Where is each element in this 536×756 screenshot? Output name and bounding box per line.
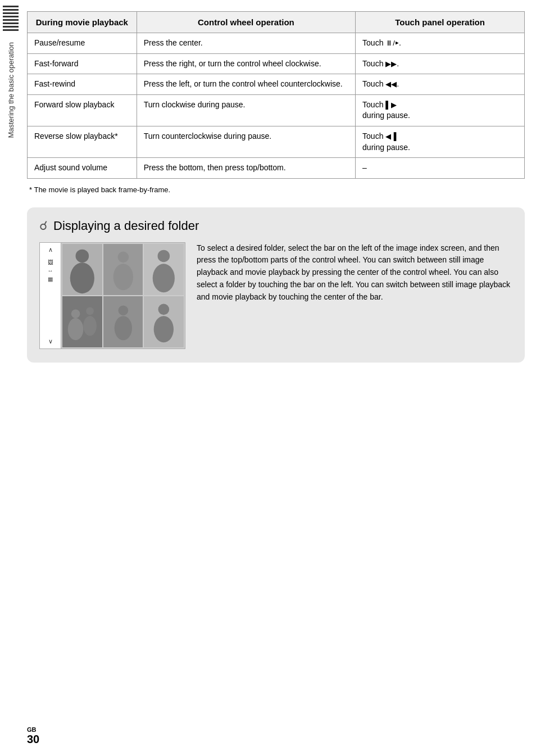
ff-icon: ▶▶ (385, 60, 397, 68)
tip-body: ∧ 🖼 ↔ ▦ ∨ (39, 242, 512, 349)
tip-body-text: To select a desired folder, select the b… (197, 242, 512, 303)
rsp-icon: ◀▐ (385, 132, 396, 141)
table-cell-ff-col3: Touch ▶▶. (356, 53, 525, 74)
table-cell-fr-col2: Press the left, or turn the control whee… (137, 74, 355, 95)
svg-point-10 (118, 306, 128, 316)
table-cell-vol-col1: Adjust sound volume (28, 158, 137, 179)
table-cell-vol-col2: Press the bottom, then press top/bottom. (137, 158, 355, 179)
sidebar-decoration (3, 0, 19, 31)
tip-box: ☌ Displaying a desired folder ∧ 🖼 ↔ ▦ ∨ (27, 207, 525, 363)
table-row: Fast-forward Press the right, or turn th… (28, 53, 525, 74)
touch-label: Touch (362, 79, 383, 88)
svg-point-7 (68, 318, 83, 340)
folder-nav-bar: ∧ 🖼 ↔ ▦ ∨ (40, 243, 61, 348)
rsp-suffix: during pause. (362, 143, 410, 152)
sidebar: Mastering the basic operation (0, 0, 21, 756)
table-cell-pause-col1: Pause/resume (28, 33, 137, 54)
table-cell-fsp-col1: Forward slow playback (28, 94, 137, 126)
table-cell-rsp-col1: Reverse slow playback* (28, 126, 137, 157)
table-cell-rsp-col3: Touch ◀▐ during pause. (356, 126, 525, 157)
table-cell-vol-col3: – (356, 158, 525, 179)
fsp-suffix: during pause. (362, 111, 410, 120)
svg-point-5 (153, 264, 175, 292)
scroll-up-icon: ∧ (48, 246, 53, 253)
main-content: During movie playback Control wheel oper… (27, 0, 525, 363)
table-cell-fsp-col2: Turn clockwise during pause. (137, 94, 355, 126)
svg-point-2 (117, 252, 129, 263)
thumbnail-2 (103, 244, 143, 295)
touch-label: Touch (362, 132, 383, 141)
table-cell-ff-col2: Press the right, or turn the control whe… (137, 53, 355, 74)
table-header-col2: Control wheel operation (137, 12, 355, 33)
svg-point-0 (76, 250, 89, 263)
table-row: Reverse slow playback* Turn counterclock… (28, 126, 525, 157)
thumbnail-5 (103, 296, 143, 347)
tip-title: Displaying a desired folder (53, 219, 199, 233)
table-header-col3: Touch panel operation (356, 12, 525, 33)
scroll-down-icon: ∨ (48, 338, 53, 345)
svg-point-11 (114, 316, 131, 340)
table-cell-ff-col1: Fast-forward (28, 53, 137, 74)
fsp-icon: ▌▶ (385, 101, 396, 109)
table-row: Adjust sound volume Press the bottom, th… (28, 158, 525, 179)
table-row: Pause/resume Press the center. Touch ⏸/▶… (28, 33, 525, 54)
table-cell-pause-col2: Press the center. (137, 33, 355, 54)
svg-point-8 (86, 307, 94, 315)
svg-point-13 (154, 316, 174, 342)
svg-point-9 (83, 316, 97, 336)
touch-label: Touch (362, 100, 383, 109)
table-cell-fsp-col3: Touch ▌▶ during pause. (356, 94, 525, 126)
table-footnote: * The movie is played back frame-by-fram… (29, 185, 525, 194)
movie-icon: ↔ (48, 268, 53, 274)
table-cell-fr-col3: Touch ◀◀. (356, 74, 525, 95)
table-header-col1: During movie playback (28, 12, 137, 33)
table-cell-rsp-col2: Turn counterclockwise during pause. (137, 126, 355, 157)
table-cell-fr-col1: Fast-rewind (28, 74, 137, 95)
sidebar-vertical-label: Mastering the basic operation (7, 42, 15, 138)
folder-image: ∧ 🖼 ↔ ▦ ∨ (39, 242, 185, 349)
svg-point-1 (70, 262, 94, 293)
svg-point-3 (113, 264, 133, 290)
folder-icon: ▦ (48, 276, 53, 282)
thumbnail-grid (61, 243, 185, 348)
tip-sun-icon: ☌ (39, 219, 48, 233)
thumbnail-6 (144, 296, 184, 347)
table-cell-pause-col3: Touch ⏸/▶. (356, 33, 525, 54)
thumbnail-1 (62, 244, 102, 295)
playback-table: During movie playback Control wheel oper… (27, 11, 525, 179)
still-image-icon: 🖼 (48, 259, 53, 265)
table-row: Forward slow playback Turn clockwise dur… (28, 94, 525, 126)
thumbnail-4 (62, 296, 102, 347)
page-lang: GB (27, 726, 39, 733)
touch-label: Touch (362, 38, 383, 47)
folder-image-mock: ∧ 🖼 ↔ ▦ ∨ (39, 242, 185, 349)
fr-icon: ◀◀ (385, 80, 397, 88)
svg-point-12 (158, 304, 170, 315)
page-number-area: GB 30 (27, 726, 39, 746)
svg-point-6 (71, 310, 80, 319)
svg-point-4 (158, 250, 170, 262)
tip-header: ☌ Displaying a desired folder (39, 219, 512, 233)
pause-icon: ⏸/▶ (385, 39, 399, 47)
page-number: 30 (27, 733, 39, 745)
thumbnail-3 (144, 244, 184, 295)
table-row: Fast-rewind Press the left, or turn the … (28, 74, 525, 95)
folder-type-icons: 🖼 ↔ ▦ (48, 259, 53, 282)
touch-label: Touch (362, 59, 383, 68)
